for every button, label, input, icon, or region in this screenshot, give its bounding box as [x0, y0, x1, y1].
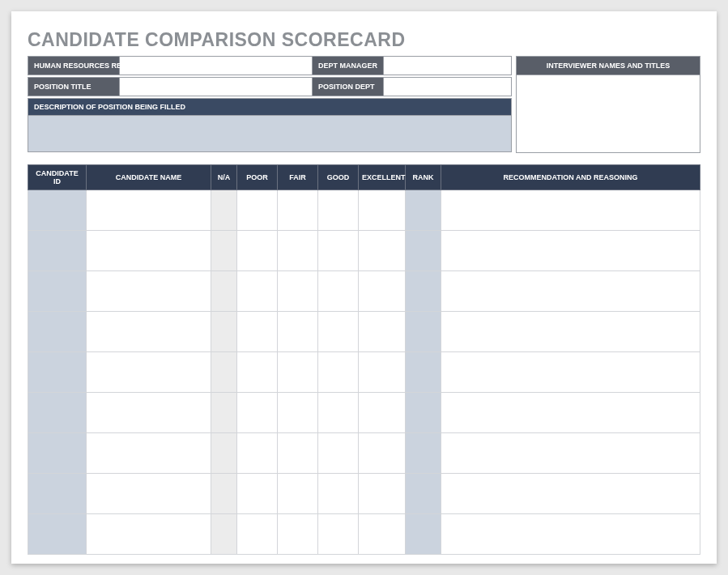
- label-position-dept: POSITION DEPT: [313, 78, 384, 96]
- cell-fair[interactable]: [278, 393, 318, 433]
- cell-rank[interactable]: [406, 474, 441, 514]
- cell-candidate-id[interactable]: [28, 312, 87, 352]
- cell-candidate-id[interactable]: [28, 474, 87, 514]
- cell-candidate-name[interactable]: [87, 433, 211, 474]
- cell-good[interactable]: [318, 312, 359, 352]
- cell-na[interactable]: [211, 312, 237, 352]
- interviewer-box: INTERVIEWER NAMES AND TITLES: [516, 56, 700, 153]
- cell-candidate-id[interactable]: [28, 231, 87, 271]
- cell-rank[interactable]: [406, 271, 441, 312]
- cell-na[interactable]: [211, 231, 237, 271]
- value-description[interactable]: [28, 116, 511, 151]
- cell-poor[interactable]: [237, 393, 278, 433]
- cell-excellent[interactable]: [359, 271, 406, 312]
- cell-na[interactable]: [211, 352, 237, 393]
- cell-candidate-name[interactable]: [87, 474, 211, 514]
- cell-recommendation[interactable]: [441, 190, 700, 231]
- cell-fair[interactable]: [278, 271, 318, 312]
- cell-recommendation[interactable]: [441, 352, 700, 393]
- cell-rank[interactable]: [406, 312, 441, 352]
- cell-poor[interactable]: [237, 190, 278, 231]
- cell-candidate-id[interactable]: [28, 190, 87, 231]
- cell-rank[interactable]: [406, 393, 441, 433]
- cell-excellent[interactable]: [359, 312, 406, 352]
- cell-na[interactable]: [211, 433, 237, 474]
- cell-fair[interactable]: [278, 514, 318, 555]
- cell-candidate-name[interactable]: [87, 231, 211, 271]
- cell-excellent[interactable]: [359, 231, 406, 271]
- cell-candidate-name[interactable]: [87, 312, 211, 352]
- value-position-dept[interactable]: [384, 78, 511, 96]
- table-row: [28, 514, 700, 555]
- cell-good[interactable]: [318, 393, 359, 433]
- cell-good[interactable]: [318, 190, 359, 231]
- cell-good[interactable]: [318, 231, 359, 271]
- cell-good[interactable]: [318, 433, 359, 474]
- cell-candidate-name[interactable]: [87, 271, 211, 312]
- cell-fair[interactable]: [278, 312, 318, 352]
- cell-recommendation[interactable]: [441, 474, 700, 514]
- cell-poor[interactable]: [237, 474, 278, 514]
- cell-excellent[interactable]: [359, 190, 406, 231]
- value-dept-manager[interactable]: [384, 57, 511, 75]
- value-hr-rep[interactable]: [120, 57, 313, 75]
- cell-recommendation[interactable]: [441, 231, 700, 271]
- cell-good[interactable]: [318, 474, 359, 514]
- table-row: [28, 474, 700, 514]
- cell-excellent[interactable]: [359, 393, 406, 433]
- cell-rank[interactable]: [406, 514, 441, 555]
- cell-candidate-name[interactable]: [87, 190, 211, 231]
- cell-candidate-id[interactable]: [28, 514, 87, 555]
- cell-candidate-id[interactable]: [28, 271, 87, 312]
- cell-poor[interactable]: [237, 352, 278, 393]
- cell-poor[interactable]: [237, 514, 278, 555]
- cell-candidate-name[interactable]: [87, 514, 211, 555]
- cell-good[interactable]: [318, 271, 359, 312]
- cell-rank[interactable]: [406, 231, 441, 271]
- cell-poor[interactable]: [237, 312, 278, 352]
- cell-na[interactable]: [211, 474, 237, 514]
- col-na: N/A: [211, 165, 237, 190]
- cell-rank[interactable]: [406, 433, 441, 474]
- row-hr-dept: HUMAN RESOURCES REP DEPT MANAGER: [28, 56, 512, 75]
- cell-na[interactable]: [211, 393, 237, 433]
- cell-fair[interactable]: [278, 352, 318, 393]
- table-header-row: CANDIDATE ID CANDIDATE NAME N/A POOR FAI…: [28, 165, 700, 190]
- cell-recommendation[interactable]: [441, 433, 700, 474]
- cell-good[interactable]: [318, 514, 359, 555]
- cell-good[interactable]: [318, 352, 359, 393]
- cell-excellent[interactable]: [359, 433, 406, 474]
- cell-candidate-id[interactable]: [28, 433, 87, 474]
- cell-na[interactable]: [211, 271, 237, 312]
- cell-poor[interactable]: [237, 433, 278, 474]
- col-candidate-name: CANDIDATE NAME: [87, 165, 211, 190]
- cell-poor[interactable]: [237, 271, 278, 312]
- cell-excellent[interactable]: [359, 474, 406, 514]
- cell-poor[interactable]: [237, 231, 278, 271]
- cell-recommendation[interactable]: [441, 312, 700, 352]
- cell-fair[interactable]: [278, 231, 318, 271]
- value-position-title[interactable]: [120, 78, 313, 96]
- value-interviewer[interactable]: [517, 75, 700, 152]
- cell-fair[interactable]: [278, 433, 318, 474]
- cell-excellent[interactable]: [359, 352, 406, 393]
- row-position: POSITION TITLE POSITION DEPT: [28, 77, 512, 96]
- cell-candidate-id[interactable]: [28, 393, 87, 433]
- cell-fair[interactable]: [278, 190, 318, 231]
- cell-candidate-id[interactable]: [28, 352, 87, 393]
- col-fair: FAIR: [278, 165, 318, 190]
- col-candidate-id: CANDIDATE ID: [28, 165, 87, 190]
- cell-candidate-name[interactable]: [87, 393, 211, 433]
- cell-rank[interactable]: [406, 190, 441, 231]
- cell-recommendation[interactable]: [441, 393, 700, 433]
- cell-recommendation[interactable]: [441, 514, 700, 555]
- cell-recommendation[interactable]: [441, 271, 700, 312]
- cell-na[interactable]: [211, 190, 237, 231]
- table-row: [28, 433, 700, 474]
- cell-rank[interactable]: [406, 352, 441, 393]
- page-title: CANDIDATE COMPARISON SCORECARD: [28, 29, 700, 51]
- cell-excellent[interactable]: [359, 514, 406, 555]
- cell-na[interactable]: [211, 514, 237, 555]
- cell-candidate-name[interactable]: [87, 352, 211, 393]
- cell-fair[interactable]: [278, 474, 318, 514]
